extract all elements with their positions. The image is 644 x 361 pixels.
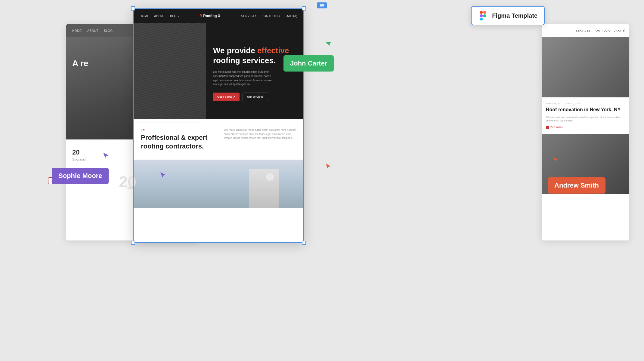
card-left-headline: A re [72,58,88,69]
nav-item-portfolio: PORTFOLIO [594,29,611,32]
cursor-andrew [325,163,332,171]
card-left-hero-text: A re [72,58,88,69]
svg-marker-1 [553,157,559,162]
svg-marker-8 [326,164,331,169]
nav-item-cart: CART(3) [614,29,625,32]
figma-icon [478,11,488,20]
nav-item-about: ABOUT [87,29,98,32]
article-body: Sit mauris congue posuere rhoncus lorem … [546,115,625,123]
cursor-green [326,40,333,48]
figma-template-badge: Figma Template [471,6,545,25]
handle-tl[interactable] [131,6,135,11]
nav-item-home: HOME [72,29,82,32]
handle-br[interactable] [302,241,306,245]
nav-item-services: SERVICES [576,29,590,32]
dimension-label-top: 60 [317,2,327,8]
svg-marker-9 [103,153,109,158]
card-right: SERVICES PORTFOLIO CART(3) New York, NY … [542,24,629,240]
badge-sophie-moore: Sophie Moore [52,168,109,184]
svg-marker-7 [326,40,333,47]
handle-bl[interactable] [131,241,135,245]
card-right-article: New York, NY — June 30, 2024 Roof renova… [542,97,629,133]
handle-tr[interactable] [302,6,306,11]
svg-rect-2 [480,11,483,14]
badge-andrew-smith: Andrew Smith [548,177,605,194]
cursor-sophie [102,152,110,160]
selection-border [133,8,304,243]
cursor-red [553,156,559,164]
article-date: New York, NY — June 30, 2024 [546,102,625,105]
article-link[interactable]: View project [546,126,625,129]
figma-badge-text: Figma Template [492,12,537,19]
svg-point-6 [483,14,486,17]
selection-box [133,8,304,243]
article-title: Roof renovation in New York, NY [546,107,625,113]
svg-rect-3 [483,11,486,14]
dimension-line-horizontal [66,123,199,123]
badge-john-carter: John Carter [283,55,334,72]
card-right-hero-image [542,37,629,97]
nav-item-blog: BLOG [104,29,113,32]
card-right-nav: SERVICES PORTFOLIO CART(3) [542,24,629,37]
svg-rect-5 [480,18,483,20]
svg-rect-4 [480,14,483,17]
